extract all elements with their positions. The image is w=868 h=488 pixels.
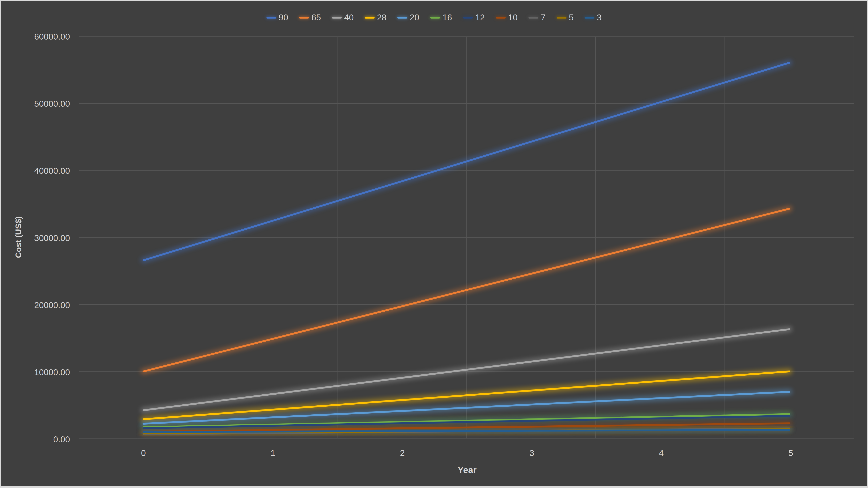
legend-line-swatch [430,17,440,19]
legend-item-3[interactable]: 3 [585,13,601,22]
legend-line-swatch [585,17,594,19]
legend-line-swatch [463,17,473,19]
legend-item-label: 40 [344,13,354,22]
y-tick-label: 40000.00 [3,166,70,175]
plot-area [1,1,867,487]
y-tick-label: 0.00 [3,435,70,444]
y-tick-label: 10000.00 [3,368,70,377]
x-tick-label: 4 [641,449,682,457]
legend-item-label: 3 [597,13,601,22]
legend-line-swatch [496,17,506,19]
legend-item-28[interactable]: 28 [365,13,386,22]
legend-line-swatch [528,17,538,19]
legend-item-12[interactable]: 12 [463,13,485,22]
legend-item-label: 20 [410,13,419,22]
legend-item-label: 16 [442,13,452,22]
legend-item-label: 28 [377,13,386,22]
legend-item-label: 7 [541,13,546,22]
legend-line-swatch [557,17,566,19]
legend-item-label: 5 [569,13,574,22]
legend-item-65[interactable]: 65 [299,13,321,22]
legend-item-16[interactable]: 16 [430,13,452,22]
x-tick-label: 3 [512,449,552,457]
y-tick-label: 60000.00 [3,32,70,41]
y-tick-label: 30000.00 [3,234,70,242]
legend-line-swatch [332,17,342,19]
legend-line-swatch [397,17,407,19]
chart-area: 9065402820161210753 0.0010000.0020000.00… [0,0,868,488]
legend-item-20[interactable]: 20 [397,13,419,22]
legend-line-swatch [267,17,276,19]
y-axis-title: Cost (US$) [14,216,23,258]
legend-line-swatch [365,17,375,19]
x-tick-label: 5 [771,449,811,457]
legend-item-10[interactable]: 10 [496,13,518,22]
x-tick-label: 1 [253,449,293,457]
x-axis-title: Year [458,465,477,475]
x-tick-label: 0 [123,449,164,457]
legend-item-label: 65 [311,13,321,22]
legend-item-5[interactable]: 5 [557,13,574,22]
x-tick-label: 2 [382,449,423,457]
legend-line-swatch [299,17,309,19]
bottom-frame-strip [0,486,868,488]
legend-item-label: 12 [475,13,485,22]
legend-item-40[interactable]: 40 [332,13,354,22]
legend-item-7[interactable]: 7 [528,13,546,22]
legend: 9065402820161210753 [1,10,867,25]
legend-item-90[interactable]: 90 [267,13,288,22]
y-tick-label: 50000.00 [3,99,70,108]
y-tick-label: 20000.00 [3,301,70,310]
legend-item-label: 90 [279,13,288,22]
legend-item-label: 10 [508,13,518,22]
